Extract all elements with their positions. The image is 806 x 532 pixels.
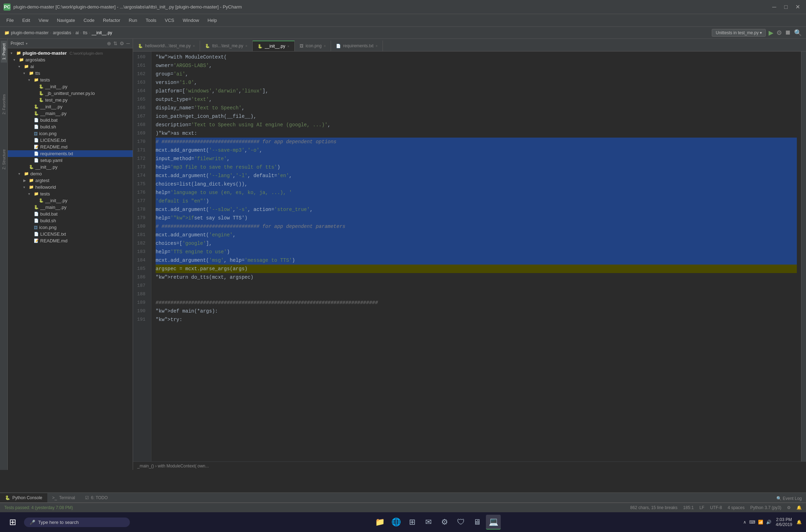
start-button[interactable]: ⊞ xyxy=(4,514,21,531)
stop-icon[interactable]: ⏹ xyxy=(785,29,791,36)
tray-volume[interactable]: 🔊 xyxy=(766,520,771,525)
taskbar-store[interactable]: ⊞ xyxy=(405,515,420,530)
tree-item-license[interactable]: 📄LICENSE.txt xyxy=(8,137,133,144)
tree-item-argoslabs[interactable]: ▾📁argoslabs xyxy=(8,56,133,63)
tree-item-hw_license[interactable]: 📄LICENSE.txt xyxy=(8,231,133,237)
tray-up-arrow[interactable]: ∧ xyxy=(743,520,746,525)
editor-tab-tab1[interactable]: 🐍helloworld\...\test_me.py× xyxy=(133,41,200,51)
menu-item-edit[interactable]: Edit xyxy=(19,16,34,24)
tree-item-hw_icon[interactable]: 🖼icon.png xyxy=(8,224,133,231)
tab-close-tab4[interactable]: × xyxy=(324,44,326,48)
editor-tab-tab3[interactable]: 🐍__init__.py× xyxy=(253,41,295,51)
menu-item-navigate[interactable]: Navigate xyxy=(53,16,78,24)
taskbar-security[interactable]: 🛡 xyxy=(453,515,468,530)
minimize-panel-icon[interactable]: ─ xyxy=(126,41,130,46)
taskbar-file-explorer[interactable]: 📁 xyxy=(372,515,387,530)
tree-item-tests[interactable]: ▾📁tests xyxy=(8,77,133,83)
tree-item-hw_sh[interactable]: 📄build.sh xyxy=(8,217,133,224)
menu-item-file[interactable]: File xyxy=(3,16,17,24)
bottom-tab-icon-todo: ☑ xyxy=(85,495,89,500)
python-version[interactable]: Python 3.7 (py3) xyxy=(750,505,781,510)
tree-item-helloworld[interactable]: ▾📁helloworld xyxy=(8,184,133,191)
event-log-button[interactable]: 🔍 Event Log xyxy=(772,495,806,502)
menu-item-vcs[interactable]: VCS xyxy=(161,16,178,24)
tray-network[interactable]: 📶 xyxy=(758,520,763,525)
scope-icon[interactable]: ⊕ xyxy=(107,41,111,46)
sidebar-item-structure[interactable]: Z: Structure xyxy=(1,146,7,172)
tree-item-__init__ai[interactable]: 🐍__init__.py xyxy=(8,164,133,170)
taskbar-edge[interactable]: 🌐 xyxy=(389,515,403,530)
tree-item-hw_readme[interactable]: 📝README.md xyxy=(8,237,133,244)
menu-item-view[interactable]: View xyxy=(35,16,52,24)
run-icon[interactable]: ▶ xyxy=(769,29,774,37)
tree-item-requirements[interactable]: 📄requirements.txt xyxy=(8,150,133,157)
tree-item-setup_yaml[interactable]: 📄setup.yaml xyxy=(8,157,133,164)
tree-item-argtest[interactable]: ▶📁argtest xyxy=(8,177,133,184)
menu-item-window[interactable]: Window xyxy=(179,16,203,24)
maximize-button[interactable]: □ xyxy=(781,2,791,12)
tree-item-readme[interactable]: 📝README.md xyxy=(8,144,133,150)
sidebar-item-favorites[interactable]: 2: Favorites xyxy=(1,91,7,117)
tree-item-tts[interactable]: ▾📁tts xyxy=(8,70,133,77)
tree-item-hw_bat[interactable]: 📄build.bat xyxy=(8,211,133,217)
menu-item-refactor[interactable]: Refactor xyxy=(100,16,124,24)
project-dropdown-icon[interactable]: ▾ xyxy=(26,42,28,46)
sort-icon[interactable]: ⇅ xyxy=(113,41,118,46)
tree-item-__init__tts[interactable]: 🐍__init__.py xyxy=(8,103,133,110)
editor-tab-tab4[interactable]: 🖼icon.png× xyxy=(295,41,331,51)
indent-setting[interactable]: 4 spaces xyxy=(728,505,745,510)
tree-item-test_me[interactable]: 🐍test_me.py xyxy=(8,97,133,103)
menu-item-run[interactable]: Run xyxy=(125,16,141,24)
tree-item-build_sh[interactable]: 📄build.sh xyxy=(8,123,133,130)
tree-item-icon_png[interactable]: 🖼icon.png xyxy=(8,130,133,137)
tab-close-tab5[interactable]: × xyxy=(375,44,378,48)
tab-close-tab2[interactable]: × xyxy=(245,44,247,48)
minimize-button[interactable]: ─ xyxy=(769,2,779,12)
run-config-dropdown[interactable]: Unittests in test_me.py ▾ xyxy=(712,29,766,37)
line-ending[interactable]: LF xyxy=(699,505,704,510)
tree-item-hw_main[interactable]: 🐍__main__.py xyxy=(8,204,133,211)
right-scrollbar[interactable] xyxy=(801,52,806,461)
taskbar-monitor[interactable]: 🖥 xyxy=(470,515,485,530)
close-button[interactable]: ✕ xyxy=(793,2,802,12)
cursor-position[interactable]: 185:1 xyxy=(683,505,694,510)
settings-icon[interactable]: ⚙ xyxy=(776,29,782,37)
encoding[interactable]: UTF-8 xyxy=(710,505,722,510)
notifications-badge[interactable]: 🔔 xyxy=(796,520,802,525)
bottom-tab-terminal[interactable]: >_Terminal xyxy=(47,493,80,502)
bottom-tab-python_console[interactable]: 🐍Python Console xyxy=(0,493,47,502)
tab-close-tab1[interactable]: × xyxy=(193,44,195,48)
tree-item-root[interactable]: ▾📁plugin-demo-masterC:\work\plugin-dem xyxy=(8,50,133,56)
taskbar-mail[interactable]: ✉ xyxy=(421,515,436,530)
taskbar-settings[interactable]: ⚙ xyxy=(437,515,452,530)
taskbar-pycharm[interactable]: 💻 xyxy=(486,515,501,530)
tree-item-hw_init[interactable]: 🐍__init__.py xyxy=(8,197,133,204)
menu-item-help[interactable]: Help xyxy=(204,16,221,24)
tree-item-ai[interactable]: ▾📁ai xyxy=(8,63,133,70)
editor-tab-tab2[interactable]: 🐍tts\...\test_me.py× xyxy=(200,41,253,51)
sidebar-item-project[interactable]: 1: Project xyxy=(1,41,7,62)
notifications-icon[interactable]: 🔔 xyxy=(796,505,802,510)
search-bar[interactable]: 🎤 Type here to search xyxy=(24,518,130,527)
search-icon[interactable]: 🔍 xyxy=(794,29,802,37)
menu-item-code[interactable]: Code xyxy=(80,16,98,24)
code-editor[interactable]: 1601611621631641651661671681691701711721… xyxy=(133,52,806,461)
tree-item-hw_tests[interactable]: ▾📁tests xyxy=(8,191,133,197)
tray-keyboard[interactable]: ⌨ xyxy=(749,520,755,525)
bottom-tab-todo[interactable]: ☑6: TODO xyxy=(80,493,113,502)
editor-tab-tab5[interactable]: 📄requirements.txt× xyxy=(331,41,383,51)
bottom-tab-icon-terminal: >_ xyxy=(52,495,57,500)
menu-item-tools[interactable]: Tools xyxy=(142,16,160,24)
clock[interactable]: 2:03 PM 4/6/2019 xyxy=(776,517,792,527)
tree-item-build_bat[interactable]: 📄build.bat xyxy=(8,117,133,123)
tab-close-tab3[interactable]: × xyxy=(287,44,289,48)
tree-item-__init__test[interactable]: 🐍__init__.py xyxy=(8,83,133,90)
code-content[interactable]: "kw">with ModuleContext( owner='ARGOS-LA… xyxy=(151,52,801,461)
settings-icon2[interactable]: ⚙ xyxy=(787,505,791,510)
gear-icon[interactable]: ⚙ xyxy=(120,41,124,46)
tree-label-license: LICENSE.txt xyxy=(40,138,66,143)
tree-item-__main__tts[interactable]: 🐍__main__.py xyxy=(8,110,133,117)
tree-item-jb_runner[interactable]: 🐍_jb_unittest_runner.py.lo xyxy=(8,90,133,97)
tree-item-demo[interactable]: ▾📁demo xyxy=(8,170,133,177)
bulb-icon-185[interactable]: 💡 xyxy=(151,265,152,273)
